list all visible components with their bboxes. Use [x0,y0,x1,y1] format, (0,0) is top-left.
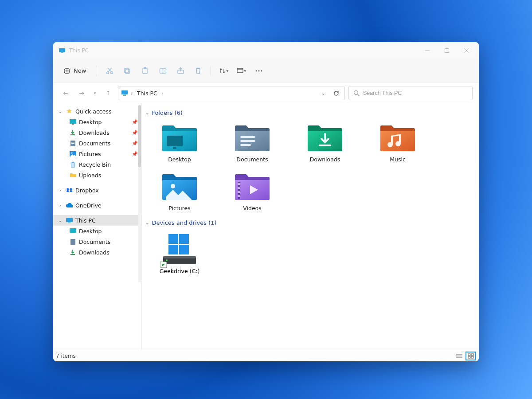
up-button[interactable]: ↑ [102,87,114,99]
copy-button[interactable] [119,63,135,79]
window-title: This PC [69,47,89,54]
sidebar-item-quick-access[interactable]: ⌄ Quick access [53,106,141,117]
documents-icon [69,238,76,245]
trash-icon [195,67,202,74]
svg-rect-50 [238,191,240,193]
chevron-down-icon: ⌄ [145,220,149,225]
sidebar-item-documents[interactable]: Documents 📌 [53,138,141,149]
sidebar-item-downloads[interactable]: Downloads 📌 [53,127,141,138]
sidebar-item-label: Desktop [79,119,102,125]
more-button[interactable] [251,63,267,79]
folder-videos[interactable]: Videos [220,169,285,216]
icons-view-button[interactable] [466,352,476,360]
sort-icon [219,67,226,74]
chevron-right-icon: › [131,91,133,96]
svg-rect-64 [471,354,473,356]
pin-icon: 📌 [132,141,138,146]
folder-label: Music [390,156,406,163]
sidebar-item-recycle-bin[interactable]: Recycle Bin [53,159,141,170]
svg-rect-1 [61,52,63,53]
app-icon [59,47,66,54]
pc-icon [121,90,128,96]
minimize-button[interactable] [418,42,437,59]
view-button[interactable]: ▾ [233,63,249,79]
search-input[interactable] [363,90,468,96]
group-title: Devices and drives (1) [152,219,216,226]
new-button[interactable]: New [58,65,92,77]
pin-icon: 📌 [132,119,138,125]
svg-point-10 [110,72,113,74]
folder-label: Downloads [310,156,340,163]
downloads-icon [69,249,76,256]
folder-pictures[interactable]: Pictures [147,169,212,216]
svg-rect-49 [238,187,240,189]
svg-line-12 [108,68,111,72]
navigation-bar: ← → ▾ ↑ › This PC › ⌄ [53,83,479,103]
sidebar-item-dropbox[interactable]: › Dropbox [53,185,141,196]
svg-point-23 [258,70,260,71]
sidebar-item-label: Documents [79,140,110,147]
share-icon [177,67,184,74]
maximize-button[interactable] [437,42,457,59]
close-button[interactable] [457,42,476,59]
folder-desktop[interactable]: Desktop [147,121,212,168]
address-dropdown[interactable]: ⌄ [319,89,328,98]
sidebar-item-label: OneDrive [75,202,102,209]
details-view-button[interactable] [454,352,465,360]
scrollbar-thumb[interactable] [138,105,141,167]
svg-rect-20 [237,68,243,73]
rename-button[interactable] [155,63,171,79]
desktop-folder-icon [160,124,199,153]
search-icon [353,90,360,96]
sidebar-item-desktop[interactable]: Desktop 📌 [53,117,141,127]
svg-rect-29 [70,119,76,124]
sidebar-item-this-pc[interactable]: ⌄ This PC [53,215,141,226]
shortcut-overlay-icon [160,262,167,268]
sidebar-item-pc-downloads[interactable]: Downloads [53,247,141,258]
documents-icon [69,140,76,147]
back-button[interactable]: ← [59,87,72,99]
folder-music[interactable]: Music [365,121,430,168]
folder-downloads[interactable]: Downloads [293,121,357,168]
svg-rect-54 [168,245,178,254]
sidebar-item-uploads[interactable]: Uploads [53,170,141,180]
svg-rect-42 [173,147,176,149]
downloads-folder-icon [306,124,344,153]
desktop-icon [69,227,76,235]
svg-rect-33 [71,143,74,144]
svg-rect-3 [445,49,449,53]
svg-rect-32 [71,142,74,142]
drive-c[interactable]: Geekdrive (C:) [147,231,212,278]
sidebar-item-label: Desktop [79,228,102,235]
status-bar: 7 items [53,350,479,361]
refresh-button[interactable] [331,89,342,98]
address-bar[interactable]: › This PC › ⌄ [118,86,345,100]
breadcrumb-this-pc[interactable]: This PC [135,89,159,98]
svg-rect-39 [70,228,76,233]
sidebar-item-label: Recycle Bin [79,161,111,168]
share-button[interactable] [172,63,188,79]
group-header-folders[interactable]: ⌄ Folders (6) [145,107,476,121]
svg-rect-30 [72,124,74,125]
search-box[interactable] [348,86,473,100]
folder-documents[interactable]: Documents [220,121,285,168]
forward-button[interactable]: → [75,87,88,99]
title-bar: This PC [53,42,479,59]
cut-button[interactable] [102,63,117,79]
delete-button[interactable] [190,63,206,79]
folder-label: Desktop [168,156,191,163]
sidebar-item-pictures[interactable]: Pictures 📌 [53,149,141,159]
sidebar-item-onedrive[interactable]: › OneDrive [53,200,141,211]
chevron-down-icon: ⌄ [58,109,63,114]
folder-label: Documents [236,156,268,163]
sidebar-item-pc-documents[interactable]: Documents [53,236,141,247]
view-icon [237,68,243,74]
chevron-down-icon: ⌄ [145,110,149,115]
svg-rect-44 [240,140,255,142]
sort-button[interactable]: ▾ [215,63,231,79]
sidebar-item-pc-desktop[interactable]: Desktop [53,226,141,236]
history-button[interactable]: ▾ [91,87,98,99]
svg-rect-25 [121,90,128,94]
group-header-drives[interactable]: ⌄ Devices and drives (1) [145,217,476,231]
paste-button[interactable] [137,63,153,79]
